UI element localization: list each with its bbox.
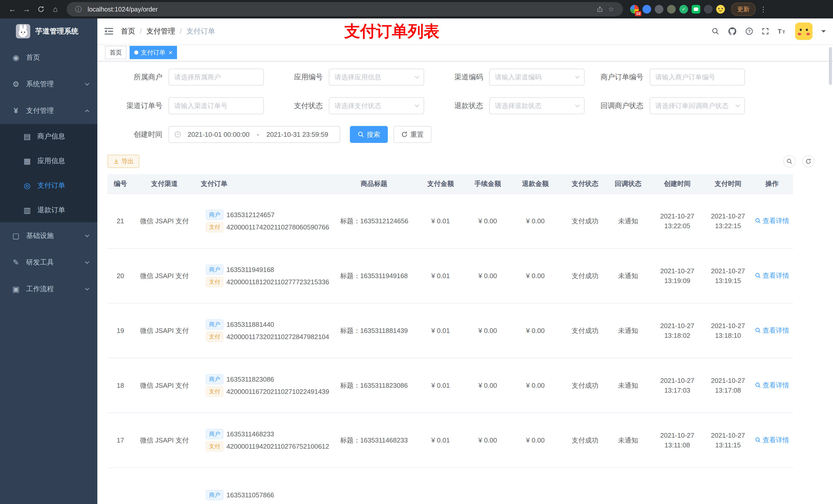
fullscreen-icon[interactable] [762, 28, 769, 35]
view-detail-link[interactable]: 查看详情 [755, 380, 789, 390]
cell-notify: 未通知 [606, 248, 649, 303]
view-detail-link[interactable]: 查看详情 [755, 271, 789, 281]
tags-view: 首页 支付订单 × [97, 44, 833, 62]
sidebar-item-infrastructure[interactable]: ▢ 基础设施 [0, 222, 97, 249]
back-icon[interactable]: ← [5, 2, 20, 16]
site-info-icon[interactable]: ⓘ [73, 5, 84, 14]
sidebar-item-label: 首页 [26, 53, 40, 62]
breadcrumb-separator: / [180, 27, 182, 35]
tab-home[interactable]: 首页 [105, 46, 126, 59]
cell-status: 支付成功 [564, 194, 606, 248]
merchant-card-icon: ▤ [23, 132, 32, 141]
sidebar-item-system[interactable]: ⚙ 系统管理 [0, 71, 97, 97]
extension-olive-icon[interactable] [667, 5, 676, 14]
cell-refund: ¥ 0.00 [507, 413, 564, 467]
merchant-order-no-input[interactable] [649, 69, 745, 86]
filter-item-merchant-order-no: 商户订单编号 [589, 69, 745, 86]
help-icon[interactable]: ? [745, 27, 753, 35]
cell-action: 查看详情 [751, 248, 793, 303]
order-table: 编号支付渠道支付订单商品标题支付金额手续金额退款金额支付状态回调状态创建时间支付… [108, 174, 793, 504]
table-row: 17微信 JSAPI 支付商户1635311468233支付4200001194… [108, 413, 793, 467]
bookmark-star-icon[interactable]: ☆ [605, 5, 617, 13]
github-icon[interactable] [728, 27, 737, 35]
page-content: 所属商户应用编号请选择应用信息渠道编码请输入渠道编码商户订单编号 渠道订单号支付… [97, 62, 833, 504]
filter-item-refund-status: 退款状态请选择退款状态 [428, 97, 585, 114]
sidebar-item-label: 工作流程 [26, 284, 54, 293]
font-size-icon[interactable]: TT [778, 28, 786, 34]
search-button[interactable]: 搜索 [350, 126, 388, 143]
table-header-row: 编号支付渠道支付订单商品标题支付金额手续金额退款金额支付状态回调状态创建时间支付… [108, 174, 793, 194]
browser-window: ← → ⌂ ⓘ localhost:1024/pay/order ☆ 10 ✓ … [0, 0, 833, 504]
sidebar-item-home[interactable]: ◉ 首页 [0, 44, 97, 71]
filter-label-merchant-order-no: 商户订单编号 [589, 72, 649, 82]
tab-close-icon[interactable]: × [169, 49, 172, 56]
export-button[interactable]: 导出 [108, 155, 139, 168]
cell-amount: ¥ 0.01 [413, 358, 468, 413]
sidebar-item-pay-order[interactable]: ◎ 支付订单 [0, 173, 97, 198]
avatar-dropdown-icon[interactable] [821, 30, 826, 35]
merchant-tag: 商户 [206, 429, 223, 439]
profile-avatar-icon[interactable] [716, 5, 725, 14]
extension-grid-icon[interactable]: 10 [630, 5, 639, 14]
logo[interactable]: 芋道管理系统 [0, 19, 97, 44]
reset-button[interactable]: 重置 [394, 126, 431, 143]
notify-status-select[interactable]: 请选择订单回调商户状态 [649, 97, 745, 114]
view-detail-link[interactable]: 查看详情 [755, 216, 789, 225]
chevron-down-icon [415, 103, 419, 107]
cell-amount: ¥ 0.01 [413, 413, 468, 467]
notify-status-placeholder: 请选择订单回调商户状态 [655, 101, 729, 111]
merchant-tag: 商户 [206, 210, 223, 220]
sidebar-toggle-icon[interactable] [104, 27, 113, 35]
sidebar-item-payment[interactable]: ¥ 支付管理 [0, 97, 97, 124]
cell-title: 标题：1635311823086 [335, 358, 413, 413]
sidebar-item-label: 退款订单 [38, 206, 65, 215]
sidebar-item-devtools[interactable]: ✎ 研发工具 [0, 249, 97, 275]
breadcrumb-payment[interactable]: 支付管理 [146, 26, 175, 36]
chrome-menu-icon[interactable]: ⋮ [758, 5, 769, 14]
search-icon[interactable] [712, 27, 719, 35]
merchant-input[interactable] [169, 69, 264, 86]
cell-created: 2021-10-2713:22:05 [649, 194, 705, 248]
toggle-search-icon[interactable] [783, 155, 795, 167]
extension-gray-icon[interactable] [655, 5, 663, 14]
sidebar: 芋道管理系统 ◉ 首页 ⚙ 系统管理 ¥ 支付管理 [0, 19, 97, 504]
filter-label-app-no: 应用编号 [268, 72, 329, 82]
view-detail-link[interactable]: 查看详情 [755, 435, 789, 445]
merchant-order-no: 1635311468233 [227, 429, 274, 439]
share-icon[interactable] [594, 6, 605, 13]
browser-chrome: ← → ⌂ ⓘ localhost:1024/pay/order ☆ 10 ✓ … [0, 0, 833, 19]
pay-status-placeholder: 请选择支付状态 [335, 101, 381, 111]
logo-avatar [16, 24, 30, 39]
extension-dark-icon[interactable] [704, 5, 713, 14]
reload-icon[interactable] [34, 2, 48, 16]
user-avatar[interactable] [795, 23, 812, 40]
forward-icon[interactable]: → [20, 2, 34, 16]
filter-item-create-time: 创建时间 2021-10-01 00:00:00 - 2021-10-31 23… [108, 126, 340, 143]
home-icon[interactable]: ⌂ [48, 2, 63, 16]
extension-chat-icon[interactable] [692, 5, 700, 14]
cell-action [751, 467, 793, 504]
extension-green-check-icon[interactable]: ✓ [679, 5, 688, 14]
column-paid: 支付时间 [705, 174, 751, 194]
page-scrollbar[interactable] [829, 47, 832, 85]
extension-blue-icon[interactable] [642, 5, 651, 14]
chrome-update-button[interactable]: 更新 [731, 3, 756, 16]
channel-code-select[interactable]: 请输入渠道编码 [489, 69, 585, 86]
create-time-range-input[interactable]: 2021-10-01 00:00:00 - 2021-10-31 23:59:5… [169, 126, 340, 143]
refresh-table-icon[interactable] [802, 155, 814, 167]
pay-status-select[interactable]: 请选择支付状态 [329, 97, 424, 114]
view-detail-link[interactable]: 查看详情 [755, 326, 789, 335]
filter-label-create-time: 创建时间 [108, 129, 169, 139]
cell-channel: 微信 JSAPI 支付 [133, 358, 196, 413]
cell-paid: 2021-10-2713:22:15 [705, 194, 751, 248]
tab-pay-order[interactable]: 支付订单 × [129, 46, 177, 59]
sidebar-item-workflow[interactable]: ▣ 工作流程 [0, 275, 97, 302]
refund-status-select[interactable]: 请选择退款状态 [489, 97, 585, 114]
sidebar-item-app-info[interactable]: ▦ 应用信息 [0, 148, 97, 173]
channel-order-no-input[interactable] [169, 97, 264, 114]
app-no-select[interactable]: 请选择应用信息 [329, 69, 424, 86]
breadcrumb-home[interactable]: 首页 [121, 26, 135, 36]
url-bar[interactable]: ⓘ localhost:1024/pay/order ☆ [67, 2, 623, 16]
sidebar-item-refund-order[interactable]: ▥ 退款订单 [0, 198, 97, 222]
sidebar-item-merchant-info[interactable]: ▤ 商户信息 [0, 124, 97, 148]
